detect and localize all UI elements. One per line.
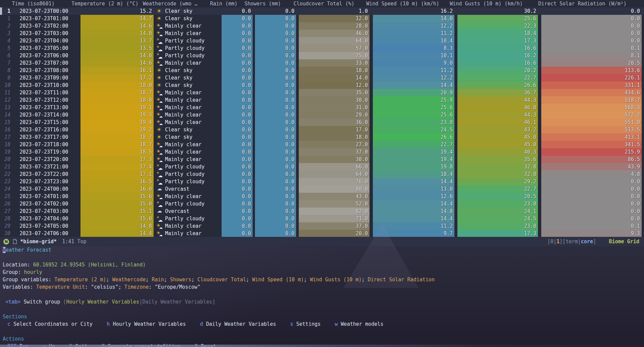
workspace-bracket: [ [547,239,550,245]
table-row[interactable]: 302023-07-24T06:0014.4☀☁Mainly clear0.00… [0,230,644,237]
cell-time: 2023-07-24T03:00 [13,208,74,215]
cell-windgusts: 44.3 [457,111,538,119]
cell-temperature: 16.1 [80,67,154,74]
cell-windgusts: 16.6 [457,44,538,52]
cell-cloudcover: 27.0 [299,141,369,148]
table-row[interactable]: 202023-07-23T20:0017.3☀☁Mainly clear0.00… [0,156,644,163]
tab-group-inactive[interactable]: Daily Weather Variables [142,299,212,305]
cell-cloudcover: 31.0 [299,104,369,111]
cell-showers: 0.0 [255,67,296,74]
cell-time: 2023-07-23T01:00 [13,15,74,22]
section-daily-weather-variables[interactable]: d Daily Weather Variables [200,320,276,328]
column-header-windgusts: Wind Gusts (10 m) (km/h) [444,0,524,7]
table-row[interactable]: 272023-07-24T03:0015.1☁Overcast0.00.082.… [0,208,644,215]
cell-time: 2023-07-23T13:00 [13,104,74,111]
cell-solar: 341.5 [541,141,642,148]
table-row[interactable]: 12023-07-23T00:0015.2☀Clear sky0.00.01.0… [0,7,644,15]
actions-title: Actions [3,335,644,343]
table-row[interactable]: 242023-07-24T00:0016.0☁Overcast0.00.080.… [0,185,644,193]
workspace-1[interactable]: 1 [556,239,559,245]
table-row[interactable]: 142023-07-23T14:0019.3☀☁Mainly clear0.00… [0,111,644,119]
table-row[interactable]: 122023-07-23T12:0018.8☀☁Mainly clear0.00… [0,96,644,104]
table-row[interactable]: 232023-07-23T23:0016.5☀☁Partly cloudy0.0… [0,178,644,185]
table-row[interactable]: 52023-07-23T05:0013.5☀☁Partly cloudy0.00… [0,44,644,52]
section-weather-models[interactable]: w Weather models [335,320,384,328]
table-row[interactable]: 152023-07-23T15:0019.4☀☁Mainly clear0.00… [0,119,644,126]
cell-cloudcover: 17.0 [299,126,369,133]
line-number: 3 [0,30,13,37]
cell-showers: 0.0 [255,148,296,156]
layout-bracket: [ [562,239,566,245]
group-variable: Wind Gusts (10 m) [310,277,362,283]
layout-core[interactable]: core [581,239,593,245]
table-row[interactable]: 212023-07-23T21:0017.4☀☁Partly cloudy0.0… [0,163,644,170]
cell-cloudcover: 35.0 [299,89,369,96]
table-row[interactable]: 22023-07-23T02:0014.6☀☁Mainly clear0.00.… [0,22,644,30]
table-row[interactable]: 112023-07-23T11:0018.7☀☁Mainly clear0.00… [0,89,644,96]
partly-weather-icon: ☀☁ [156,179,163,185]
table-row[interactable]: 102023-07-23T10:0018.0☀Clear sky0.00.012… [0,82,644,89]
table-row[interactable]: 72023-07-23T07:0014.6☀☁Mainly clear0.00.… [0,59,644,67]
section-settings[interactable]: s Settings [290,320,320,328]
workspace-0[interactable]: 0 [550,239,553,245]
cell-temperature: 18.5 [80,148,154,156]
cell-weathercode: ☀☁Mainly clear [156,96,221,104]
table-row[interactable]: 92023-07-23T09:0017.2☀Clear sky0.00.014.… [0,74,644,82]
layout-term[interactable]: term [566,239,578,245]
table-row[interactable]: 292023-07-24T05:0014.8☀☁Mainly clear0.00… [0,222,644,230]
section-hourly-weather-variables[interactable]: h Hourly Weather Variables [107,320,186,328]
cell-time: 2023-07-23T12:00 [13,96,74,104]
partly-weather-icon: ☀☁ [156,201,163,207]
weather-label: Partly cloudy [165,178,204,185]
table-row[interactable]: 162023-07-23T16:0019.2☀Clear sky0.00.017… [0,126,644,133]
table-row[interactable]: 182023-07-23T18:0018.7☀☁Mainly clear0.00… [0,141,644,148]
cell-windspeed: 25.6 [373,104,454,111]
cell-rain: 0.0 [222,178,253,185]
cell-showers: 0.0 [255,96,296,104]
group-variable: Wind Speed (10 m) [252,277,304,283]
wallpaper-bottom-strip [0,345,644,347]
clear-weather-icon: ☀ [156,134,163,140]
table-row[interactable]: 132023-07-23T13:0019.1☀☁Mainly clear0.00… [0,104,644,111]
cell-windgusts: 30.2 [457,7,538,15]
mainly-weather-icon: ☀☁ [156,230,163,236]
section-select-coordinates-or-city[interactable]: c Select Coordinates or City [7,320,93,328]
clear-weather-icon: ☀ [156,67,163,73]
cell-weathercode: ☀☁Mainly clear [156,89,221,96]
table-row[interactable]: 282023-07-24T04:0015.0☀☁Partly cloudy0.0… [0,215,644,222]
table-row[interactable]: 32023-07-23T03:0014.0☀☁Mainly clear0.00.… [0,30,644,37]
cell-rain: 0.0 [222,44,253,52]
cell-showers: 0.0 [255,178,296,185]
table-row[interactable]: 82023-07-23T08:0016.1☀Clear sky0.00.018.… [0,67,644,74]
cell-temperature: 19.2 [80,126,154,133]
cell-weathercode: ☀☁Mainly clear [156,104,221,111]
table-row[interactable]: 62023-07-23T06:0014.0☀☁Partly cloudy0.00… [0,52,644,59]
table-row[interactable]: 262023-07-24T02:0015.0☀☁Partly cloudy0.0… [0,200,644,208]
group-value: hourly [24,269,42,275]
group-variable: Showers [170,277,191,283]
cell-weathercode: ☀☁Partly cloudy [156,37,221,44]
cell-showers: 0.0 [255,126,296,133]
weather-label: Clear sky [165,7,192,15]
table-row[interactable]: 42023-07-23T04:0013.7☀☁Partly cloudy0.00… [0,37,644,44]
cell-rain: 0.0 [222,119,253,126]
cell-cloudcover: 1.0 [299,7,369,15]
cell-windgusts: 32.8 [457,170,538,178]
table-row[interactable]: 222023-07-23T22:0017.1☀☁Partly cloudy0.0… [0,170,644,178]
variables-line: Variables: Temperature Unit: "celsius"; … [3,283,644,291]
cell-windgusts: 24.5 [457,215,538,222]
cell-windspeed: 11.2 [373,67,454,74]
cell-time: 2023-07-24T04:00 [13,215,74,222]
cell-showers: 0.0 [255,222,296,230]
table-row[interactable]: 252023-07-24T01:0015.6☀☁Mainly clear0.00… [0,193,644,200]
cell-time: 2023-07-23T02:00 [13,22,74,30]
tab-key[interactable]: <tab> [5,299,21,305]
cell-solar: 513.5 [541,126,642,133]
cell-weathercode: ☀☁Partly cloudy [156,52,221,59]
table-row[interactable]: 192023-07-23T19:0018.5☀☁Mainly clear0.00… [0,148,644,156]
table-row[interactable]: 12023-07-23T01:0014.7☀Clear sky0.00.012.… [0,15,644,22]
tab-group-active[interactable]: Hourly Weather Variables [66,299,139,305]
cell-temperature: 14.8 [80,222,154,230]
table-row[interactable]: 172023-07-23T17:0018.7☀Clear sky0.00.018… [0,133,644,141]
line-number: 22 [0,170,13,178]
